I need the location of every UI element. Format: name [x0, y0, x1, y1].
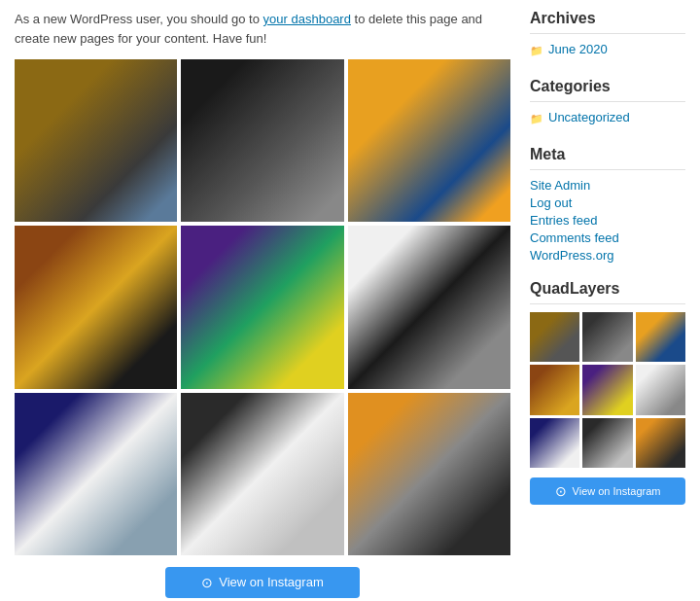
- quadlayers-instagram-button[interactable]: ⊙ View on Instagram: [530, 477, 685, 505]
- instagram-grid: [15, 59, 510, 555]
- archives-section: Archives 📁 June 2020: [530, 10, 685, 60]
- quadlayers-grid-image[interactable]: [636, 418, 685, 468]
- entries-feed-link[interactable]: Entries feed: [530, 213, 685, 228]
- comments-feed-link[interactable]: Comments feed: [530, 230, 685, 245]
- quadlayers-grid-image[interactable]: [636, 365, 685, 414]
- archives-title: Archives: [530, 10, 685, 34]
- archives-june-item: 📁 June 2020: [530, 42, 685, 60]
- instagram-grid-image[interactable]: [181, 226, 343, 388]
- quadlayers-grid-image[interactable]: [530, 312, 579, 362]
- instagram-grid-image[interactable]: [348, 59, 510, 222]
- folder-icon: 📁: [530, 45, 543, 57]
- instagram-grid-image[interactable]: [181, 393, 343, 555]
- quadlayers-section: QuadLayers ⊙ View on Instagram: [530, 280, 685, 505]
- quadlayers-title: QuadLayers: [530, 280, 685, 304]
- instagram-grid-image[interactable]: [348, 226, 510, 388]
- page-wrapper: As a new WordPress user, you should go t…: [0, 0, 700, 601]
- notice-text: As a new WordPress user, you should go t…: [15, 10, 510, 48]
- notice-before: As a new WordPress user, you should go t…: [15, 12, 263, 26]
- categories-title: Categories: [530, 78, 685, 102]
- quadlayers-grid-image[interactable]: [530, 418, 579, 468]
- categories-uncategorized-item: 📁 Uncategorized: [530, 110, 685, 128]
- quadlayers-grid-image[interactable]: [582, 312, 632, 362]
- quadlayers-grid-image[interactable]: [530, 365, 579, 414]
- quadlayers-instagram-label: View on Instagram: [573, 485, 661, 497]
- view-instagram-label: View on Instagram: [219, 575, 323, 589]
- quadlayers-grid-image[interactable]: [582, 365, 632, 414]
- dashboard-link[interactable]: your dashboard: [263, 12, 351, 26]
- quadlayers-grid: [530, 312, 685, 468]
- main-content: As a new WordPress user, you should go t…: [15, 10, 510, 598]
- meta-links: Site Admin Log out Entries feed Comments…: [530, 178, 685, 263]
- meta-title: Meta: [530, 146, 685, 170]
- instagram-grid-image[interactable]: [15, 226, 177, 388]
- sidebar: Archives 📁 June 2020 Categories 📁 Uncate…: [530, 10, 685, 598]
- quadlayers-btn-container: ⊙ View on Instagram: [530, 477, 685, 505]
- instagram-grid-image[interactable]: [15, 59, 177, 222]
- instagram-grid-image[interactable]: [15, 393, 177, 555]
- quadlayers-grid-image[interactable]: [636, 312, 685, 362]
- log-out-link[interactable]: Log out: [530, 195, 685, 210]
- instagram-icon: ⊙: [201, 575, 213, 590]
- site-admin-link[interactable]: Site Admin: [530, 178, 685, 193]
- uncategorized-link[interactable]: Uncategorized: [548, 110, 630, 124]
- view-on-instagram-button[interactable]: ⊙ View on Instagram: [165, 567, 360, 598]
- folder-icon-cat: 📁: [530, 113, 543, 125]
- meta-section: Meta Site Admin Log out Entries feed Com…: [530, 146, 685, 263]
- instagram-grid-image[interactable]: [348, 393, 510, 555]
- wordpress-org-link[interactable]: WordPress.org: [530, 248, 685, 263]
- view-instagram-btn-container: ⊙ View on Instagram: [15, 567, 510, 598]
- archives-june-link[interactable]: June 2020: [548, 42, 608, 56]
- instagram-grid-image[interactable]: [181, 59, 343, 222]
- categories-section: Categories 📁 Uncategorized: [530, 78, 685, 128]
- quadlayers-instagram-icon: ⊙: [555, 483, 567, 499]
- quadlayers-grid-image[interactable]: [582, 418, 632, 468]
